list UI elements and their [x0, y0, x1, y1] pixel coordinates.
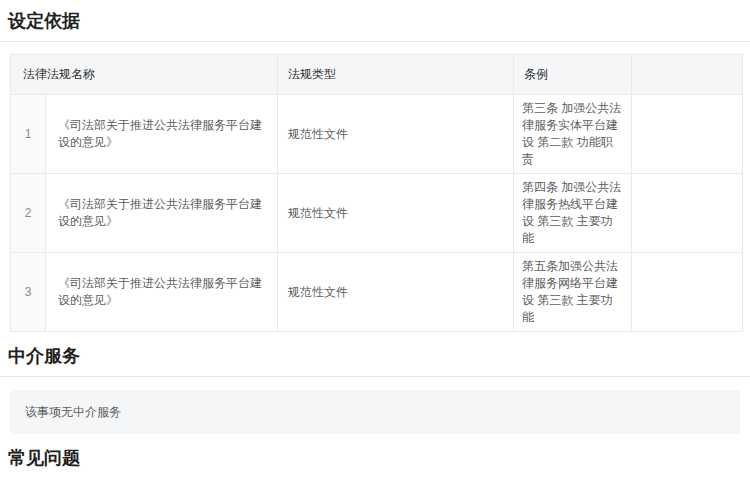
law-name-cell: 《司法部关于推进公共法律服务平台建设的意见》 — [46, 174, 278, 253]
table-row: 3 《司法部关于推进公共法律服务平台建设的意见》 规范性文件 第五条加强公共法律… — [11, 253, 743, 332]
law-name-cell: 《司法部关于推进公共法律服务平台建设的意见》 — [46, 95, 278, 174]
clause-cell: 第四条 加强公共法律服务热线平台建设 第三款 主要功能 — [514, 174, 632, 253]
table-row: 1 《司法部关于推进公共法律服务平台建设的意见》 规范性文件 第三条 加强公共法… — [11, 95, 743, 174]
section-title-intermediary-service: 中介服务 — [0, 332, 750, 376]
clause-cell: 第五条加强公共法律服务网络平台建设 第三款 主要功能 — [514, 253, 632, 332]
row-index: 3 — [11, 253, 46, 332]
row-index: 1 — [11, 95, 46, 174]
law-type-cell: 规范性文件 — [278, 174, 514, 253]
column-header-law-type: 法规类型 — [278, 55, 514, 95]
section-divider — [0, 41, 750, 42]
table-row: 2 《司法部关于推进公共法律服务平台建设的意见》 规范性文件 第四条 加强公共法… — [11, 174, 743, 253]
empty-cell — [632, 253, 743, 332]
empty-cell — [632, 174, 743, 253]
column-header-clause: 条例 — [514, 55, 632, 95]
table-header-row: 法律法规名称 法规类型 条例 — [11, 55, 743, 95]
row-index: 2 — [11, 174, 46, 253]
column-header-empty — [632, 55, 743, 95]
column-header-law-name: 法律法规名称 — [11, 55, 278, 95]
section-title-faq: 常见问题 — [0, 434, 750, 478]
section-divider — [0, 376, 750, 377]
empty-cell — [632, 95, 743, 174]
law-name-cell: 《司法部关于推进公共法律服务平台建设的意见》 — [46, 253, 278, 332]
law-type-cell: 规范性文件 — [278, 95, 514, 174]
clause-cell: 第三条 加强公共法律服务实体平台建设 第二款 功能职责 — [514, 95, 632, 174]
section-title-legal-basis: 设定依据 — [0, 0, 750, 41]
no-intermediary-service-panel: 该事项无中介服务 — [10, 390, 740, 434]
law-type-cell: 规范性文件 — [278, 253, 514, 332]
legal-basis-table: 法律法规名称 法规类型 条例 1 《司法部关于推进公共法律服务平台建设的意见》 … — [10, 54, 743, 332]
no-intermediary-service-text: 该事项无中介服务 — [10, 404, 121, 421]
